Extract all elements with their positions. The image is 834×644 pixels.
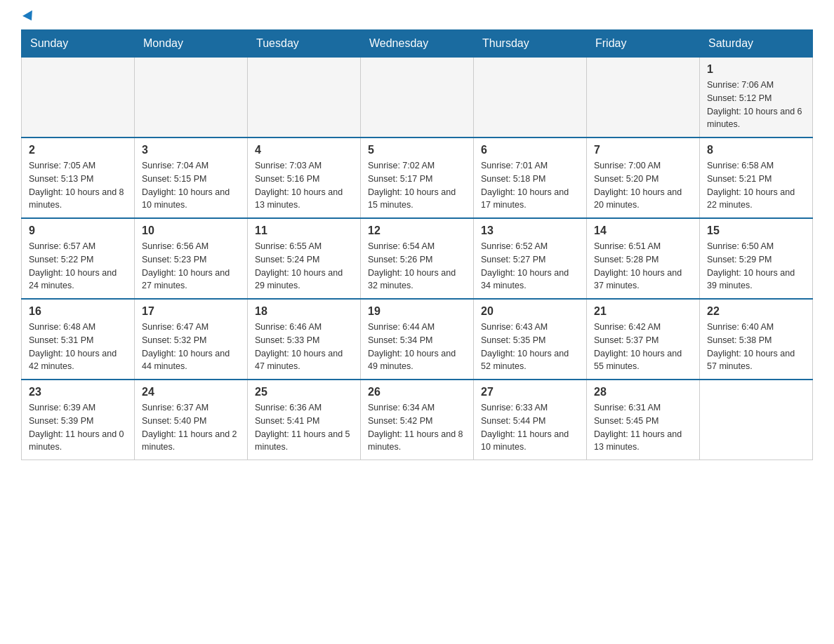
day-number: 8 — [707, 144, 805, 156]
day-info: Sunrise: 6:33 AMSunset: 5:44 PMDaylight:… — [481, 401, 579, 454]
day-number: 18 — [255, 305, 353, 318]
calendar-day: 12Sunrise: 6:54 AMSunset: 5:26 PMDayligh… — [361, 218, 474, 299]
calendar-day: 11Sunrise: 6:55 AMSunset: 5:24 PMDayligh… — [248, 218, 361, 299]
calendar-day: 1Sunrise: 7:06 AMSunset: 5:12 PMDaylight… — [700, 58, 813, 138]
day-info: Sunrise: 7:03 AMSunset: 5:16 PMDaylight:… — [255, 159, 353, 212]
day-info: Sunrise: 6:42 AMSunset: 5:37 PMDaylight:… — [594, 321, 692, 373]
day-info: Sunrise: 6:39 AMSunset: 5:39 PMDaylight:… — [29, 401, 127, 454]
calendar-day: 17Sunrise: 6:47 AMSunset: 5:32 PMDayligh… — [135, 299, 248, 380]
calendar-day: 21Sunrise: 6:42 AMSunset: 5:37 PMDayligh… — [587, 299, 700, 380]
day-number: 22 — [707, 305, 805, 318]
day-number: 2 — [29, 144, 127, 156]
calendar-week-row: 9Sunrise: 6:57 AMSunset: 5:22 PMDaylight… — [22, 218, 813, 299]
day-info: Sunrise: 6:50 AMSunset: 5:29 PMDaylight:… — [707, 240, 805, 293]
day-info: Sunrise: 6:55 AMSunset: 5:24 PMDaylight:… — [255, 240, 353, 293]
day-number: 28 — [594, 386, 692, 398]
calendar-day: 28Sunrise: 6:31 AMSunset: 5:45 PMDayligh… — [587, 380, 700, 460]
day-number: 14 — [594, 224, 692, 237]
page-header — [21, 14, 813, 22]
day-number: 12 — [368, 224, 466, 237]
calendar-day — [587, 58, 700, 138]
calendar-day: 24Sunrise: 6:37 AMSunset: 5:40 PMDayligh… — [135, 380, 248, 460]
calendar-day: 23Sunrise: 6:39 AMSunset: 5:39 PMDayligh… — [22, 380, 135, 460]
logo-triangle-icon — [22, 11, 37, 23]
calendar-day: 27Sunrise: 6:33 AMSunset: 5:44 PMDayligh… — [474, 380, 587, 460]
day-info: Sunrise: 7:05 AMSunset: 5:13 PMDaylight:… — [29, 159, 127, 212]
day-number: 24 — [142, 386, 240, 398]
calendar-day: 3Sunrise: 7:04 AMSunset: 5:15 PMDaylight… — [135, 137, 248, 218]
column-header-sunday: Sunday — [22, 30, 135, 58]
day-info: Sunrise: 7:00 AMSunset: 5:20 PMDaylight:… — [594, 159, 692, 212]
day-number: 15 — [707, 224, 805, 237]
calendar-day: 6Sunrise: 7:01 AMSunset: 5:18 PMDaylight… — [474, 137, 587, 218]
day-info: Sunrise: 7:06 AMSunset: 5:12 PMDaylight:… — [707, 79, 805, 131]
calendar-day — [700, 380, 813, 460]
calendar-day: 22Sunrise: 6:40 AMSunset: 5:38 PMDayligh… — [700, 299, 813, 380]
calendar-day: 13Sunrise: 6:52 AMSunset: 5:27 PMDayligh… — [474, 218, 587, 299]
calendar-day: 5Sunrise: 7:02 AMSunset: 5:17 PMDaylight… — [361, 137, 474, 218]
day-info: Sunrise: 6:34 AMSunset: 5:42 PMDaylight:… — [368, 401, 466, 454]
day-info: Sunrise: 6:44 AMSunset: 5:34 PMDaylight:… — [368, 321, 466, 373]
calendar-day: 14Sunrise: 6:51 AMSunset: 5:28 PMDayligh… — [587, 218, 700, 299]
calendar-day — [22, 58, 135, 138]
calendar-table: SundayMondayTuesdayWednesdayThursdayFrid… — [21, 29, 813, 460]
day-number: 4 — [255, 144, 353, 156]
calendar-day: 25Sunrise: 6:36 AMSunset: 5:41 PMDayligh… — [248, 380, 361, 460]
day-info: Sunrise: 6:48 AMSunset: 5:31 PMDaylight:… — [29, 321, 127, 373]
column-header-friday: Friday — [587, 30, 700, 58]
calendar-day: 8Sunrise: 6:58 AMSunset: 5:21 PMDaylight… — [700, 137, 813, 218]
day-number: 1 — [707, 63, 805, 76]
day-info: Sunrise: 6:40 AMSunset: 5:38 PMDaylight:… — [707, 321, 805, 373]
day-number: 26 — [368, 386, 466, 398]
calendar-week-row: 23Sunrise: 6:39 AMSunset: 5:39 PMDayligh… — [22, 380, 813, 460]
day-number: 21 — [594, 305, 692, 318]
day-number: 16 — [29, 305, 127, 318]
calendar-day: 19Sunrise: 6:44 AMSunset: 5:34 PMDayligh… — [361, 299, 474, 380]
day-info: Sunrise: 7:01 AMSunset: 5:18 PMDaylight:… — [481, 159, 579, 212]
day-number: 20 — [481, 305, 579, 318]
day-info: Sunrise: 6:37 AMSunset: 5:40 PMDaylight:… — [142, 401, 240, 454]
calendar-day: 26Sunrise: 6:34 AMSunset: 5:42 PMDayligh… — [361, 380, 474, 460]
calendar-day: 2Sunrise: 7:05 AMSunset: 5:13 PMDaylight… — [22, 137, 135, 218]
day-number: 3 — [142, 144, 240, 156]
day-number: 9 — [29, 224, 127, 237]
logo — [21, 14, 35, 22]
day-number: 23 — [29, 386, 127, 398]
day-info: Sunrise: 6:51 AMSunset: 5:28 PMDaylight:… — [594, 240, 692, 293]
day-number: 17 — [142, 305, 240, 318]
column-header-saturday: Saturday — [700, 30, 813, 58]
day-number: 19 — [368, 305, 466, 318]
calendar-header-row: SundayMondayTuesdayWednesdayThursdayFrid… — [22, 30, 813, 58]
calendar-day: 10Sunrise: 6:56 AMSunset: 5:23 PMDayligh… — [135, 218, 248, 299]
day-info: Sunrise: 6:56 AMSunset: 5:23 PMDaylight:… — [142, 240, 240, 293]
day-info: Sunrise: 6:43 AMSunset: 5:35 PMDaylight:… — [481, 321, 579, 373]
column-header-thursday: Thursday — [474, 30, 587, 58]
day-number: 10 — [142, 224, 240, 237]
day-info: Sunrise: 7:02 AMSunset: 5:17 PMDaylight:… — [368, 159, 466, 212]
calendar-week-row: 1Sunrise: 7:06 AMSunset: 5:12 PMDaylight… — [22, 58, 813, 138]
day-info: Sunrise: 6:31 AMSunset: 5:45 PMDaylight:… — [594, 401, 692, 454]
day-number: 27 — [481, 386, 579, 398]
day-info: Sunrise: 6:36 AMSunset: 5:41 PMDaylight:… — [255, 401, 353, 454]
day-info: Sunrise: 7:04 AMSunset: 5:15 PMDaylight:… — [142, 159, 240, 212]
calendar-week-row: 2Sunrise: 7:05 AMSunset: 5:13 PMDaylight… — [22, 137, 813, 218]
calendar-day — [248, 58, 361, 138]
day-info: Sunrise: 6:46 AMSunset: 5:33 PMDaylight:… — [255, 321, 353, 373]
day-number: 11 — [255, 224, 353, 237]
column-header-tuesday: Tuesday — [248, 30, 361, 58]
calendar-day: 9Sunrise: 6:57 AMSunset: 5:22 PMDaylight… — [22, 218, 135, 299]
day-number: 13 — [481, 224, 579, 237]
calendar-week-row: 16Sunrise: 6:48 AMSunset: 5:31 PMDayligh… — [22, 299, 813, 380]
calendar-day: 20Sunrise: 6:43 AMSunset: 5:35 PMDayligh… — [474, 299, 587, 380]
day-info: Sunrise: 6:47 AMSunset: 5:32 PMDaylight:… — [142, 321, 240, 373]
calendar-day — [135, 58, 248, 138]
calendar-day — [474, 58, 587, 138]
column-header-wednesday: Wednesday — [361, 30, 474, 58]
calendar-day — [361, 58, 474, 138]
calendar-day: 7Sunrise: 7:00 AMSunset: 5:20 PMDaylight… — [587, 137, 700, 218]
column-header-monday: Monday — [135, 30, 248, 58]
calendar-day: 15Sunrise: 6:50 AMSunset: 5:29 PMDayligh… — [700, 218, 813, 299]
calendar-day: 18Sunrise: 6:46 AMSunset: 5:33 PMDayligh… — [248, 299, 361, 380]
calendar-day: 16Sunrise: 6:48 AMSunset: 5:31 PMDayligh… — [22, 299, 135, 380]
day-number: 6 — [481, 144, 579, 156]
